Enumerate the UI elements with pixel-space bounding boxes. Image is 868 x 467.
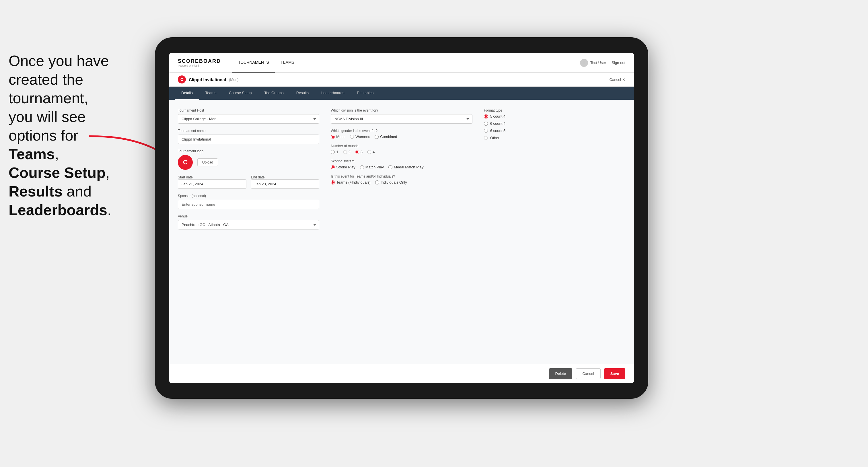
- user-avatar: T: [580, 59, 588, 67]
- gender-combined[interactable]: Combined: [375, 134, 397, 139]
- gender-mens[interactable]: Mens: [331, 134, 345, 139]
- format-6count4-radio[interactable]: [484, 122, 488, 126]
- nav-teams[interactable]: TEAMS: [275, 53, 300, 72]
- nav-links: TOURNAMENTS TEAMS: [232, 53, 580, 72]
- rounds-1[interactable]: 1: [331, 150, 338, 154]
- form-col-1: Tournament Host Clippd College - Men Tou…: [178, 108, 319, 229]
- nav-tournaments[interactable]: TOURNAMENTS: [232, 53, 275, 72]
- scoring-match-radio[interactable]: [360, 165, 364, 169]
- logo-circle: C: [178, 155, 193, 170]
- signout-link[interactable]: Sign out: [612, 61, 625, 65]
- teams-individuals-only[interactable]: Individuals Only: [375, 180, 407, 184]
- tournament-icon: C: [178, 75, 186, 84]
- tablet-screen: SCOREBOARD Powered by clippd TOURNAMENTS…: [169, 53, 634, 383]
- tab-tee-groups[interactable]: Tee Groups: [258, 87, 290, 100]
- tab-results[interactable]: Results: [290, 87, 315, 100]
- save-button[interactable]: Save: [604, 368, 625, 379]
- upload-button[interactable]: Upload: [197, 158, 218, 166]
- logo-area: SCOREBOARD Powered by clippd: [178, 58, 221, 67]
- division-group: Which division is the event for? NCAA Di…: [331, 108, 472, 124]
- gender-radio-group: Mens Womens Combined: [331, 134, 472, 139]
- rounds-4-radio[interactable]: [367, 150, 371, 154]
- end-date-label: End date: [251, 175, 265, 179]
- tablet-shell: SCOREBOARD Powered by clippd TOURNAMENTS…: [155, 37, 648, 399]
- sponsor-label: Sponsor (optional): [178, 194, 319, 198]
- gender-mens-radio[interactable]: [331, 135, 335, 139]
- teams-plus-radio[interactable]: [331, 181, 335, 184]
- sponsor-group: Sponsor (optional): [178, 194, 319, 209]
- venue-label: Venue: [178, 214, 319, 218]
- rounds-1-radio[interactable]: [331, 150, 335, 154]
- gender-group: Which gender is the event for? Mens Wome…: [331, 129, 472, 139]
- format-5count4-radio[interactable]: [484, 115, 488, 119]
- format-6count5[interactable]: 6 count 5: [484, 128, 625, 133]
- tab-teams[interactable]: Teams: [199, 87, 223, 100]
- rounds-radio-group: 1 2 3 4: [331, 150, 472, 154]
- logo-label: Tournament logo: [178, 149, 319, 153]
- host-select[interactable]: Clippd College - Men: [178, 114, 319, 124]
- format-other[interactable]: Other: [484, 136, 625, 140]
- scoring-medal[interactable]: Medal Match Play: [389, 165, 424, 169]
- rounds-label: Number of rounds: [331, 144, 472, 148]
- scoring-stroke[interactable]: Stroke Play: [331, 165, 355, 169]
- rounds-2[interactable]: 2: [343, 150, 350, 154]
- rounds-3-radio[interactable]: [355, 150, 359, 154]
- scoring-stroke-radio[interactable]: [331, 165, 335, 169]
- division-label: Which division is the event for?: [331, 108, 472, 113]
- start-date-label: Start date: [178, 175, 193, 179]
- cancel-button[interactable]: Cancel ✕: [610, 77, 625, 82]
- logo-upload-area: C Upload: [178, 155, 319, 170]
- name-input[interactable]: [178, 134, 319, 144]
- teams-only-radio[interactable]: [375, 181, 379, 184]
- name-group: Tournament name: [178, 129, 319, 144]
- format-6count5-radio[interactable]: [484, 129, 488, 133]
- gender-label: Which gender is the event for?: [331, 129, 472, 133]
- instruction-text: Once you have created the tournament, yo…: [0, 46, 121, 225]
- user-name[interactable]: Test User: [590, 61, 606, 65]
- scoring-match[interactable]: Match Play: [360, 165, 384, 169]
- main-content: Tournament Host Clippd College - Men Tou…: [169, 100, 634, 364]
- start-date-input[interactable]: [178, 179, 246, 189]
- teams-label: Is this event for Teams and/or Individua…: [331, 175, 472, 179]
- format-5count4[interactable]: 5 count 4: [484, 114, 625, 119]
- form-grid: Tournament Host Clippd College - Men Tou…: [178, 108, 625, 229]
- tournament-name-area: C Clippd Invitational (Men): [178, 75, 239, 84]
- delete-button[interactable]: Delete: [549, 368, 572, 379]
- tournament-title: Clippd Invitational: [189, 77, 226, 82]
- form-col-3: Format type 5 count 4 6 count 4: [484, 108, 625, 229]
- teams-group: Is this event for Teams and/or Individua…: [331, 175, 472, 184]
- teams-radio-group: Teams (+Individuals) Individuals Only: [331, 180, 472, 184]
- gender-combined-radio[interactable]: [375, 135, 379, 139]
- tab-bar: Details Teams Course Setup Tee Groups Re…: [169, 87, 634, 100]
- teams-plus-individuals[interactable]: Teams (+Individuals): [331, 180, 371, 184]
- form-col-2: Which division is the event for? NCAA Di…: [331, 108, 472, 229]
- scoring-medal-radio[interactable]: [389, 165, 393, 169]
- venue-select[interactable]: Peachtree GC - Atlanta - GA: [178, 220, 319, 229]
- tab-details[interactable]: Details: [175, 87, 199, 100]
- rounds-2-radio[interactable]: [343, 150, 347, 154]
- tab-course-setup[interactable]: Course Setup: [223, 87, 258, 100]
- format-6count4[interactable]: 6 count 4: [484, 121, 625, 126]
- scoring-label: Scoring system: [331, 159, 472, 163]
- tab-leaderboards[interactable]: Leaderboards: [315, 87, 350, 100]
- scoring-group: Scoring system Stroke Play Match Play: [331, 159, 472, 169]
- user-separator: |: [609, 61, 609, 65]
- format-other-radio[interactable]: [484, 136, 488, 140]
- division-select[interactable]: NCAA Division III: [331, 114, 472, 124]
- format-label: Format type: [484, 108, 625, 113]
- gender-womens[interactable]: Womens: [350, 134, 370, 139]
- sponsor-input[interactable]: [178, 200, 319, 209]
- rounds-4[interactable]: 4: [367, 150, 375, 154]
- format-radio-group: 5 count 4 6 count 4 6 count 5: [484, 114, 625, 140]
- scoring-radio-group: Stroke Play Match Play Medal Match Play: [331, 165, 472, 169]
- end-date-input[interactable]: [251, 179, 319, 189]
- tab-printables[interactable]: Printables: [350, 87, 380, 100]
- gender-womens-radio[interactable]: [350, 135, 354, 139]
- tournament-bar: C Clippd Invitational (Men) Cancel ✕: [169, 72, 634, 87]
- top-nav: SCOREBOARD Powered by clippd TOURNAMENTS…: [169, 53, 634, 72]
- cancel-action-button[interactable]: Cancel: [576, 368, 600, 379]
- logo-group: Tournament logo C Upload: [178, 149, 319, 170]
- venue-group: Venue Peachtree GC - Atlanta - GA: [178, 214, 319, 229]
- rounds-3[interactable]: 3: [355, 150, 363, 154]
- tournament-type: (Men): [229, 77, 239, 82]
